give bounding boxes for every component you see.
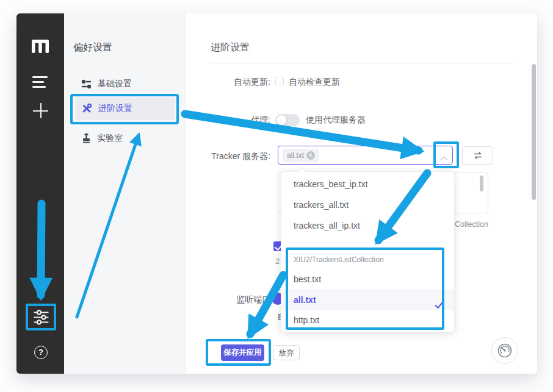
tracker-server-label: Tracker 服务器: bbox=[139, 151, 270, 162]
app-window: 偏好设置 基础设置 进阶设置 bbox=[16, 13, 537, 374]
auto-update-checkbox-label[interactable]: 自动检查更新 bbox=[289, 77, 340, 88]
refresh-icon bbox=[473, 151, 483, 160]
task-list-icon[interactable] bbox=[32, 76, 48, 88]
motrix-logo-icon bbox=[31, 39, 49, 55]
sync-interval-text-fragment: 2 bbox=[275, 257, 280, 266]
proxy-toggle-label: 使用代理服务器 bbox=[306, 115, 366, 126]
proxy-toggle[interactable] bbox=[275, 114, 300, 126]
selected-tracker-tag: all.txt bbox=[283, 149, 319, 162]
tracker-select-input[interactable]: all.txt bbox=[278, 146, 453, 165]
vertical-scrollbar[interactable] bbox=[532, 64, 536, 200]
tag-remove-icon[interactable] bbox=[306, 151, 315, 160]
auto-update-label: 自动更新: bbox=[139, 77, 270, 88]
trackerslist-credit-fragment: Collection bbox=[455, 220, 488, 229]
annotation-box-advanced-item bbox=[70, 94, 179, 124]
dropdown-group-divider bbox=[287, 243, 448, 243]
page-title: 进阶设置 bbox=[211, 41, 250, 54]
dropdown-option[interactable]: trackers_best_ip.txt bbox=[281, 174, 454, 194]
sidebar-item-lab[interactable]: 实验室 bbox=[82, 132, 123, 144]
sidebar-item-basic-settings[interactable]: 基础设置 bbox=[81, 78, 132, 90]
sync-trackers-button[interactable] bbox=[462, 146, 493, 165]
annotation-box-settings-icon bbox=[26, 304, 56, 330]
speedometer-icon bbox=[497, 343, 513, 358]
annotation-box-save-button bbox=[206, 339, 271, 366]
discard-button[interactable]: 放弃 bbox=[273, 345, 300, 360]
add-task-icon[interactable] bbox=[33, 103, 48, 118]
preferences-panel: 偏好设置 基础设置 进阶设置 bbox=[64, 13, 186, 374]
preferences-title: 偏好设置 bbox=[73, 41, 112, 54]
auto-update-checkbox[interactable] bbox=[275, 77, 284, 85]
dropdown-option[interactable]: trackers_all_ip.txt bbox=[281, 215, 454, 236]
help-icon[interactable] bbox=[34, 346, 48, 359]
sidebar-item-label: 实验室 bbox=[97, 133, 123, 144]
tag-label: all.txt bbox=[287, 151, 304, 160]
listen-port-label: 监听端口 bbox=[139, 294, 270, 305]
sidebar-item-label: 基础设置 bbox=[98, 79, 132, 90]
dropdown-option[interactable]: trackers_all.txt bbox=[281, 194, 454, 215]
textarea-scrollbar[interactable] bbox=[480, 176, 483, 191]
toggles-icon bbox=[81, 79, 92, 89]
annotation-box-dropdown-group bbox=[286, 248, 444, 330]
title-divider bbox=[211, 63, 516, 63]
annotation-box-collapse-button bbox=[433, 141, 459, 168]
stamp-icon bbox=[82, 134, 91, 143]
speed-limit-button[interactable] bbox=[491, 337, 518, 364]
